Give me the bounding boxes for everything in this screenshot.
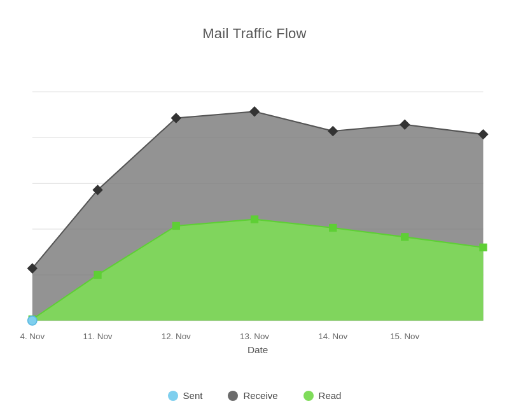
svg-rect-16: [251, 215, 258, 223]
chart-container: Mail Traffic Flow: [6, 13, 503, 407]
svg-rect-15: [172, 222, 180, 230]
svg-rect-14: [94, 271, 101, 279]
legend-sent: Sent: [168, 390, 203, 401]
x-label-4nov: 4. Nov: [20, 332, 45, 341]
read-dot: [303, 391, 314, 401]
chart-legend: Sent Receive Read: [168, 390, 342, 401]
legend-read: Read: [303, 390, 342, 401]
x-label-11nov: 11. Nov: [83, 332, 113, 341]
x-axis-title: Date: [248, 344, 268, 355]
receive-dot: [228, 391, 238, 401]
svg-rect-18: [401, 233, 408, 241]
receive-label: Receive: [243, 390, 277, 401]
x-label-12nov: 12. Nov: [162, 332, 191, 341]
legend-receive: Receive: [228, 390, 277, 401]
chart-title: Mail Traffic Flow: [202, 25, 307, 42]
svg-rect-17: [329, 224, 337, 232]
svg-rect-19: [479, 244, 487, 251]
chart-area: 4. Nov 11. Nov 12. Nov 13. Nov 14. Nov 1…: [13, 53, 496, 379]
x-label-13nov: 13. Nov: [240, 332, 269, 341]
sent-point: [28, 316, 37, 325]
sent-label: Sent: [183, 390, 203, 401]
x-label-15nov: 15. Nov: [390, 332, 419, 341]
chart-svg: 4. Nov 11. Nov 12. Nov 13. Nov 14. Nov 1…: [13, 53, 496, 379]
x-label-14nov: 14. Nov: [318, 332, 347, 341]
sent-dot: [168, 391, 178, 401]
read-label: Read: [319, 390, 342, 401]
